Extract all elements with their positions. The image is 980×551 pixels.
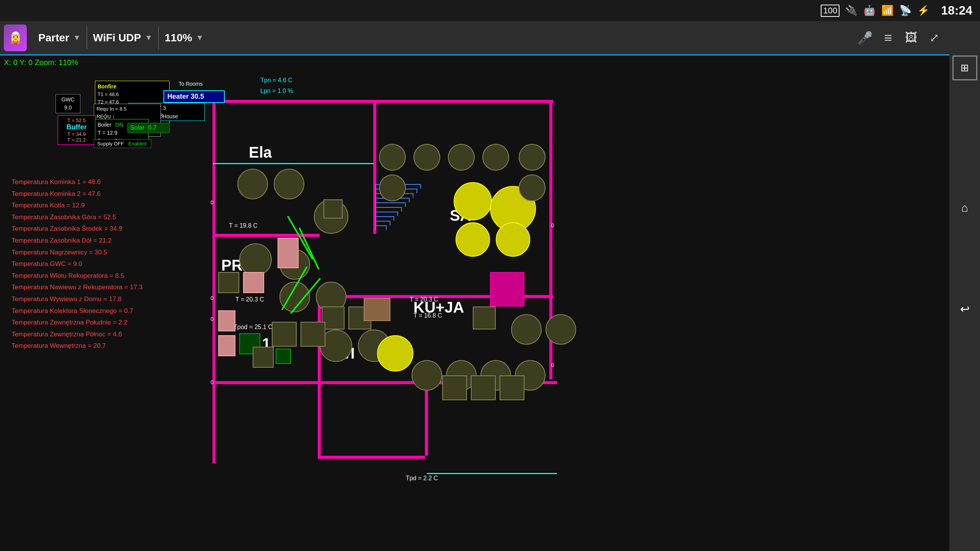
temp-item-8: Temperatura GWC = 9.0 [11, 258, 180, 270]
mic-button[interactable]: 🎤 [854, 26, 877, 49]
heater-panel[interactable]: Heater 30.5 [163, 90, 225, 103]
rect-brown-1 [364, 298, 390, 321]
usb-icon: 🔌 [845, 5, 858, 16]
rect-pr-1 [218, 272, 239, 293]
rect-kuja-3 [473, 306, 496, 329]
home-icon: ⌂ [961, 201, 968, 214]
circle-kuja-1 [511, 314, 542, 345]
temp-item-2: Temperatura Kominka 2 = 47.6 [11, 188, 180, 200]
app-logo: 🧝 [4, 24, 27, 51]
wifi-icon: 📶 [881, 5, 893, 16]
battery-icon: 100 [821, 5, 840, 17]
circle-top-4 [482, 144, 509, 171]
temp-item-1: Temperatura Kominka 1 = 48.6 [11, 176, 180, 188]
rect-wi-1 [272, 322, 297, 347]
temp-ela: T = 19.8 C [229, 222, 258, 229]
temp-item-3: Temperatura Kotla = 12.9 [11, 200, 180, 212]
home-button[interactable]: ⌂ [952, 195, 977, 220]
zoom-arrow: ▼ [196, 33, 204, 42]
to-rooms-label: To Rooms [168, 81, 214, 87]
circle-ela-2 [274, 169, 304, 199]
lpn-label: Lpn = 1.0 % [260, 88, 293, 95]
temp-sa: T = 20.3 C [410, 296, 438, 303]
rect-l1-green-2 [276, 349, 291, 364]
temp-item-14: Temperatura Zewnętrzna Północ = 4.6 [11, 329, 180, 341]
temp-item-11: Temperatura Wywiewu z Domu = 17.8 [11, 293, 180, 305]
wifi-arrow: ▼ [145, 33, 152, 42]
tpod-label: Tpod = 25.1 C [234, 324, 273, 331]
image-button[interactable]: 🖼 [900, 26, 923, 49]
circle-sa-1 [454, 182, 492, 220]
cyan-pipe-top [213, 163, 374, 164]
android-icon: 🤖 [863, 5, 875, 16]
circle-top-2 [413, 144, 440, 171]
wifi-section[interactable]: WiFi UDP ▼ [87, 30, 158, 46]
circle-ela-1 [237, 169, 268, 199]
wall-wi-right [425, 381, 428, 456]
solar-label: Solar [130, 124, 144, 131]
main-content: Temperatura Kominka 1 = 48.6 Temperatura… [0, 69, 949, 551]
rect-pr-pink [243, 272, 264, 293]
coordinates-zoom: X: 0 Y: 0 Zoom: 110% [4, 58, 78, 67]
wall-left-main [212, 100, 216, 463]
supply-label: Supply OFF [97, 141, 124, 147]
circle-r2-2 [519, 174, 546, 201]
signal-icon: 📡 [899, 5, 911, 16]
battery-charge-icon: ⚡ [917, 5, 929, 16]
gwc-panel: GWC 9.0 [56, 94, 80, 113]
wifi-label: WiFi UDP [93, 32, 141, 44]
temp-item-12: Temperatura Kolektora Słonecznego = 0.7 [11, 305, 180, 317]
heater-label: Heater 30.5 [167, 93, 204, 100]
dim-label-5: 0 [551, 222, 554, 228]
expand-icon: ⤢ [929, 31, 939, 44]
rect-bottom-1 [442, 375, 467, 400]
requ-in-label: Requ In = 8.5 [96, 105, 158, 113]
buffer-label: Buffer [61, 123, 92, 131]
circle-top-1 [379, 144, 406, 171]
temp-pr: T = 20.3 C [235, 296, 264, 303]
boiler-label: Boiler [98, 121, 111, 129]
zoom-label: 110% [165, 32, 192, 44]
time-display: 18:24 [941, 3, 972, 18]
mic-icon: 🎤 [858, 31, 873, 45]
circle-kuja-2 [546, 314, 576, 345]
circle-sa-3 [456, 222, 490, 257]
circle-pr-1 [239, 243, 272, 276]
expand-button[interactable]: ⤢ [923, 26, 946, 49]
back-button[interactable]: ↩ [952, 297, 977, 321]
list-icon: ≡ [884, 30, 892, 46]
info-bar: X: 0 Y: 0 Zoom: 110% [0, 55, 949, 69]
grid-button[interactable]: ⊞ [952, 55, 977, 80]
buffer-t1: T = 52.5 [61, 117, 92, 123]
temp-item-5: Temperatura Zasobnika Środek = 34.9 [11, 223, 180, 235]
buffer-panel: T = 52.5 Buffer T = 34.9 T = 21.2 [57, 115, 96, 145]
rect-wi-2 [301, 322, 325, 347]
ela-room-label: Ela [249, 144, 272, 161]
circle-sa-4 [496, 222, 530, 257]
temp-item-15: Temperatura Wewnętrzna = 20.7 [11, 340, 180, 352]
circle-r2-1 [379, 174, 406, 201]
right-sidebar: ⊞ ⌂ ↩ [949, 21, 980, 551]
tpn-label: Tpn = 4.6 C [260, 77, 292, 84]
dim-label-2: 0 [211, 295, 214, 301]
rect-l1-pink-1 [218, 310, 235, 331]
dim-label-6: 0 [551, 362, 554, 368]
buffer-t2: T = 34.9 [61, 131, 92, 137]
zoom-section[interactable]: 110% ▼ [159, 30, 209, 46]
list-button[interactable]: ≡ [877, 26, 900, 49]
tpd-label: Tpd = 2.2 C [406, 475, 438, 482]
wall-wi-bottom [318, 456, 425, 459]
rect-magenta-1 [490, 272, 524, 306]
rect-l1-pink-2 [218, 335, 235, 356]
rect-bottom-3 [500, 375, 524, 400]
dim-label-1: 0 [211, 199, 214, 205]
image-icon: 🖼 [905, 31, 917, 45]
buffer-t3: T = 21.2 [61, 137, 92, 143]
boiler-on: ON [115, 121, 123, 129]
circle-top-5 [519, 144, 546, 171]
temp-item-10: Temperatura Nawiewu z Rekuperatora = 17.… [11, 282, 180, 293]
temp-item-6: Temperatura Zasobnika Dół = 21.2 [11, 235, 180, 247]
parter-section[interactable]: Parter ▼ [33, 30, 87, 46]
dim-label-4: 0 [211, 379, 214, 385]
temp-item-9: Temperatura Wlotu Rekuperatora = 8.5 [11, 270, 180, 282]
